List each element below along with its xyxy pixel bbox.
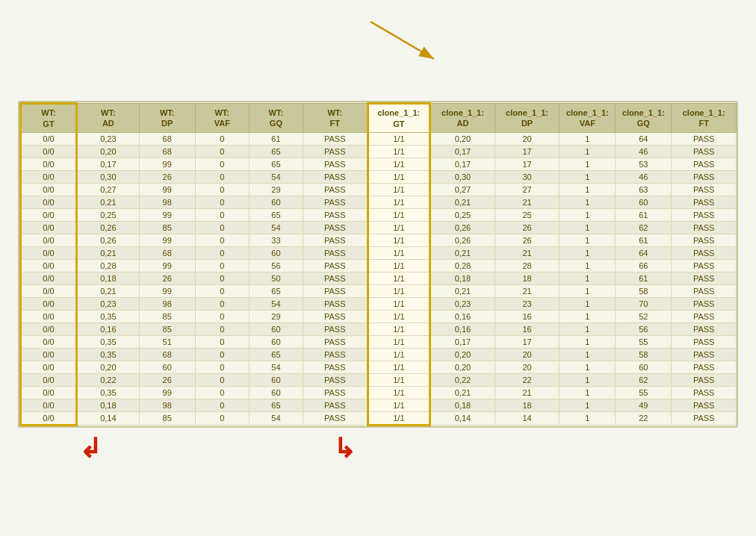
cell-wt-dp: 99 (139, 158, 195, 170)
cell-wt-dp: 99 (139, 183, 195, 196)
cell-wt-gq: 50 (249, 272, 303, 284)
table-row: 0/00,2068065PASS1/10,1717146PASS (21, 145, 737, 158)
cell-clone-vaf: 1 (560, 373, 616, 386)
cell-wt-ft: PASS (303, 348, 368, 361)
header-wt-gq: WT:GQ (249, 104, 303, 133)
cell-wt-gq: 54 (249, 411, 303, 425)
cell-clone-vaf: 1 (560, 170, 616, 183)
cell-clone-gq: 70 (616, 297, 672, 310)
cell-wt-ft: PASS (303, 221, 368, 234)
cell-clone-ad: 0,17 (430, 158, 495, 170)
cell-wt-gt: 0/0 (21, 272, 77, 284)
cell-wt-ft: PASS (303, 361, 368, 373)
cell-wt-ad: 0,20 (77, 361, 140, 373)
table-body: 0/00,2368061PASS1/10,2020164PASS0/00,206… (21, 132, 737, 425)
cell-clone-ft: PASS (672, 196, 737, 208)
cell-wt-gt: 0/0 (21, 411, 77, 425)
cell-wt-dp: 99 (139, 386, 195, 399)
cell-clone-dp: 26 (495, 234, 560, 246)
cell-wt-vaf: 0 (195, 322, 249, 335)
table-row: 0/00,1826050PASS1/10,1818161PASS (21, 272, 737, 284)
cell-wt-dp: 99 (139, 259, 195, 272)
cell-clone-vaf: 1 (560, 386, 616, 399)
svg-line-1 (371, 22, 434, 59)
cell-wt-dp: 26 (139, 373, 195, 386)
cell-clone-ft: PASS (672, 158, 737, 170)
cell-clone-gq: 58 (616, 348, 672, 361)
cell-clone-vaf: 1 (560, 297, 616, 310)
cell-clone-vaf: 1 (560, 272, 616, 284)
cell-wt-vaf: 0 (195, 183, 249, 196)
cell-clone-gt: 1/1 (368, 348, 430, 361)
cell-clone-ad: 0,26 (430, 221, 495, 234)
cell-wt-gq: 65 (249, 348, 303, 361)
cell-wt-dp: 26 (139, 170, 195, 183)
cell-clone-ad: 0,14 (430, 411, 495, 425)
table-row: 0/00,2368061PASS1/10,2020164PASS (21, 132, 737, 145)
cell-clone-gt: 1/1 (368, 170, 430, 183)
cell-clone-dp: 28 (495, 259, 560, 272)
cell-clone-gq: 62 (616, 373, 672, 386)
cell-wt-dp: 68 (139, 348, 195, 361)
cell-clone-vaf: 1 (560, 208, 616, 221)
cell-wt-ad: 0,21 (77, 246, 140, 259)
cell-clone-gq: 64 (616, 132, 672, 145)
table-row: 0/00,1485054PASS1/10,1414122PASS (21, 411, 737, 425)
cell-wt-gt: 0/0 (21, 373, 77, 386)
cell-wt-gt: 0/0 (21, 158, 77, 170)
cell-clone-gq: 61 (616, 234, 672, 246)
table-row: 0/00,2699033PASS1/10,2626161PASS (21, 234, 737, 246)
cell-clone-ft: PASS (672, 272, 737, 284)
cell-clone-gt: 1/1 (368, 272, 430, 284)
cell-wt-ad: 0,26 (77, 234, 140, 246)
cell-clone-ad: 0,18 (430, 399, 495, 411)
cell-clone-gq: 22 (616, 411, 672, 425)
cell-wt-gq: 60 (249, 246, 303, 259)
cell-wt-gt: 0/0 (21, 221, 77, 234)
header-wt-ad: WT:AD (77, 104, 140, 133)
cell-clone-gq: 62 (616, 221, 672, 234)
cell-clone-ad: 0,28 (430, 259, 495, 272)
header-clone-vaf: clone_1_1:VAF (560, 104, 616, 133)
cell-wt-ft: PASS (303, 170, 368, 183)
cell-clone-gq: 46 (616, 145, 672, 158)
cell-wt-gq: 60 (249, 386, 303, 399)
cell-clone-dp: 21 (495, 284, 560, 297)
cell-wt-vaf: 0 (195, 361, 249, 373)
table-header: WT:GT WT:AD WT:DP WT:VAF WT:GQ WT:FT clo… (21, 104, 737, 133)
cell-wt-gt: 0/0 (21, 386, 77, 399)
table-row: 0/00,3599060PASS1/10,2121155PASS (21, 386, 737, 399)
cell-wt-vaf: 0 (195, 158, 249, 170)
cell-clone-vaf: 1 (560, 348, 616, 361)
cell-wt-ad: 0,28 (77, 259, 140, 272)
cell-clone-vaf: 1 (560, 221, 616, 234)
header-clone-gq: clone_1_1:GQ (616, 104, 672, 133)
cell-wt-gq: 65 (249, 399, 303, 411)
cell-clone-gq: 52 (616, 310, 672, 322)
cell-wt-ad: 0,21 (77, 284, 140, 297)
header-wt-ft: WT:FT (303, 104, 368, 133)
cell-wt-ad: 0,35 (77, 348, 140, 361)
cell-clone-ad: 0,21 (430, 196, 495, 208)
table-row: 0/00,2899056PASS1/10,2828166PASS (21, 259, 737, 272)
cell-clone-dp: 17 (495, 158, 560, 170)
cell-wt-ft: PASS (303, 386, 368, 399)
cell-clone-vaf: 1 (560, 145, 616, 158)
data-table: WT:GT WT:AD WT:DP WT:VAF WT:GQ WT:FT clo… (19, 102, 737, 426)
cell-clone-ft: PASS (672, 170, 737, 183)
cell-clone-vaf: 1 (560, 399, 616, 411)
cell-wt-gt: 0/0 (21, 234, 77, 246)
cell-clone-gt: 1/1 (368, 322, 430, 335)
cell-clone-ad: 0,17 (430, 335, 495, 348)
cell-wt-gt: 0/0 (21, 310, 77, 322)
cell-clone-gq: 63 (616, 183, 672, 196)
cell-clone-gt: 1/1 (368, 361, 430, 373)
cell-wt-ad: 0,26 (77, 221, 140, 234)
cell-wt-gt: 0/0 (21, 208, 77, 221)
cell-clone-ft: PASS (672, 259, 737, 272)
cell-wt-gq: 54 (249, 361, 303, 373)
cell-wt-dp: 26 (139, 272, 195, 284)
cell-clone-gt: 1/1 (368, 221, 430, 234)
cell-clone-ft: PASS (672, 208, 737, 221)
cell-wt-gt: 0/0 (21, 259, 77, 272)
